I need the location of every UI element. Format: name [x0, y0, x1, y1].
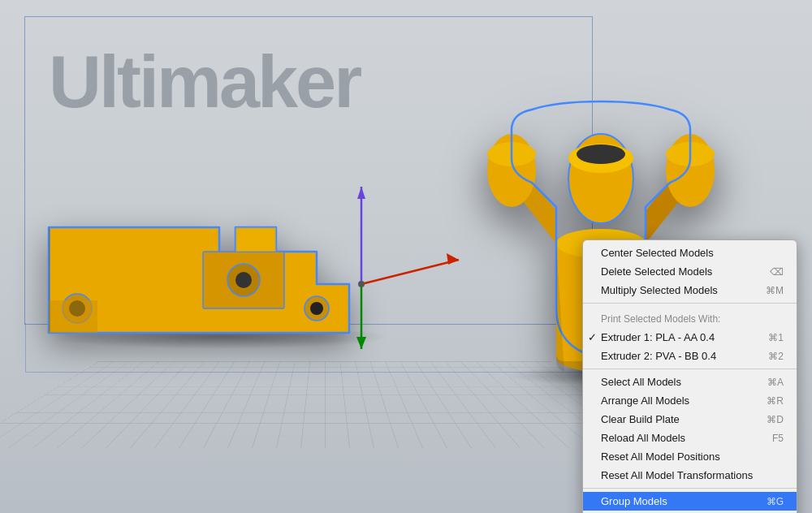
menu-item-label: Reset All Model Transformations: [601, 469, 753, 481]
menu-item-label: Center Selected Models: [601, 247, 714, 259]
menu-item-label: Extruder 2: PVA - BB 0.4: [601, 350, 716, 362]
svg-point-6: [235, 272, 252, 288]
coordinate-axes: [313, 187, 410, 336]
menu-separator-2: [583, 303, 797, 304]
menu-item-extruder-2[interactable]: Extruder 2: PVA - BB 0.4⌘2: [583, 347, 797, 365]
menu-item-label: Select All Models: [601, 376, 681, 388]
menu-item-shortcut: ⌘2: [768, 351, 784, 362]
menu-item-reload-all[interactable]: Reload All ModelsF5: [583, 429, 797, 447]
menu-item-label: Arrange All Models: [601, 394, 689, 407]
menu-item-clear-build-plate[interactable]: Clear Build Plate⌘D: [583, 410, 797, 429]
svg-point-17: [577, 144, 625, 164]
menu-item-label: Clear Build Plate: [601, 413, 680, 425]
menu-separator-5: [583, 369, 797, 369]
menu-item-reset-transformations[interactable]: Reset All Model Transformations: [583, 466, 797, 485]
menu-item-extruder-1[interactable]: ✓Extruder 1: PLA - AA 0.4⌘1: [583, 328, 797, 347]
menu-item-label: Reload All Models: [601, 432, 685, 444]
menu-item-label: Extruder 1: PLA - AA 0.4: [601, 331, 715, 343]
menu-item-arrange-all[interactable]: Arrange All Models⌘R: [583, 391, 797, 410]
menu-item-reset-positions[interactable]: Reset All Model Positions: [583, 447, 797, 466]
menu-item-label: Delete Selected Models: [601, 265, 712, 278]
menu-item-shortcut: ⌘M: [766, 285, 784, 296]
menu-item-print-with-header: Print Selected Models With:: [583, 307, 797, 328]
svg-marker-19: [357, 187, 365, 199]
menu-item-shortcut: ⌘A: [767, 377, 784, 388]
menu-item-select-all[interactable]: Select All Models⌘A: [583, 373, 797, 391]
menu-item-shortcut: ⌘G: [767, 496, 784, 507]
check-icon: ✓: [588, 331, 597, 343]
menu-item-label: Group Models: [601, 495, 667, 507]
menu-item-shortcut: ⌘1: [768, 332, 784, 343]
3d-viewport: Ultimaker: [0, 0, 812, 513]
menu-item-shortcut: F5: [772, 433, 784, 444]
menu-item-shortcut: ⌫: [770, 266, 784, 278]
menu-item-shortcut: ⌘R: [767, 395, 784, 407]
menu-separator-11: [583, 488, 797, 489]
context-menu[interactable]: Center Selected ModelsDelete Selected Mo…: [582, 239, 797, 513]
menu-item-center-selected[interactable]: Center Selected Models: [583, 244, 797, 262]
menu-item-group-models[interactable]: Group Models⌘G: [583, 492, 797, 511]
menu-item-shortcut: ⌘D: [767, 414, 784, 425]
svg-point-24: [358, 281, 365, 287]
menu-item-label: Reset All Model Positions: [601, 450, 720, 463]
menu-item-multiply-selected[interactable]: Multiply Selected Models⌘M: [583, 281, 797, 300]
menu-item-delete-selected[interactable]: Delete Selected Models⌫: [583, 262, 797, 281]
menu-item-label: Multiply Selected Models: [601, 284, 718, 296]
svg-rect-7: [49, 300, 97, 333]
